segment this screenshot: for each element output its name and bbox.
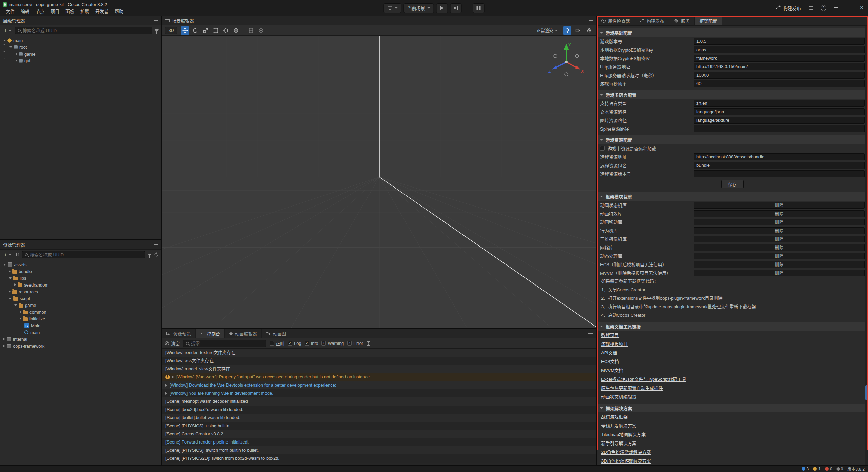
chevron-collapsed-icon[interactable] (3, 345, 5, 347)
remote-bundle-input[interactable] (694, 162, 865, 169)
delete-module-button[interactable]: 删除 (694, 210, 865, 217)
crypto-iv-input[interactable] (694, 55, 865, 62)
step-button[interactable] (450, 3, 462, 13)
asset-node-seedrandom[interactable]: seedrandom (0, 281, 161, 288)
asset-node-game[interactable]: game (0, 302, 161, 309)
tab-console[interactable]: 控制台 (196, 329, 225, 338)
save-button[interactable]: 保存 (721, 180, 744, 188)
remote-load-checkbox[interactable] (600, 146, 605, 151)
scale-tool-button[interactable] (201, 26, 210, 35)
menu-panel[interactable]: 面板 (62, 8, 77, 15)
asset-node-oops-framework[interactable]: oops-framework (0, 342, 161, 349)
hierarchy-menu-icon[interactable] (154, 19, 158, 22)
chevron-collapsed-icon[interactable] (16, 53, 17, 55)
delete-module-button[interactable]: 删除 (694, 270, 865, 276)
chevron-collapsed-icon[interactable] (9, 270, 11, 273)
menu-extension[interactable]: 扩展 (77, 8, 92, 15)
z-axis-cone[interactable] (552, 66, 557, 70)
doc-link-ecs[interactable]: ECS文档 (601, 359, 619, 364)
chevron-expanded-icon[interactable] (3, 40, 6, 41)
export-log-icon[interactable] (367, 341, 370, 346)
menu-developer[interactable]: 开发者 (92, 8, 112, 15)
expand-chevron-icon[interactable] (165, 384, 167, 387)
chevron-collapsed-icon[interactable] (20, 311, 21, 313)
scene-select[interactable]: 当前场景 (403, 3, 434, 13)
hierarchy-node-main[interactable]: main (0, 37, 161, 44)
move-tool-button[interactable] (181, 26, 189, 35)
play-button[interactable] (436, 3, 448, 13)
chevron-expanded-icon[interactable] (9, 277, 12, 279)
languages-input[interactable] (694, 100, 865, 107)
solution-link-fullstack[interactable]: 全栈开发解决方案 (601, 423, 636, 428)
hierarchy-filter-icon[interactable] (155, 29, 159, 32)
solution-link-tiledmap[interactable]: Tiledmap地图解决方案 (601, 432, 646, 437)
menu-edit[interactable]: 编辑 (18, 8, 33, 15)
snap-grid-button[interactable] (246, 26, 255, 35)
chevron-collapsed-icon[interactable] (20, 317, 21, 320)
assets-search-input[interactable] (30, 252, 142, 257)
section-language-config[interactable]: 游戏多语言配置 (597, 90, 868, 99)
log-row-info[interactable]: [Window] You are running Vue in developm… (162, 389, 596, 397)
http-timeout-input[interactable] (694, 72, 865, 79)
scene-camera-button[interactable] (574, 26, 582, 35)
asset-node-assets[interactable]: assets (0, 261, 161, 268)
section-basic-config[interactable]: 游戏基础配置 (597, 28, 868, 37)
help-button[interactable] (817, 0, 829, 16)
log-row-info[interactable]: [Window] Download the Vue Devtools exten… (162, 381, 596, 389)
console-window-icon[interactable] (805, 0, 817, 16)
solution-link-2drpg[interactable]: 2D角色扮演游戏解决方案 (601, 450, 651, 455)
solution-link-3drpg[interactable]: 3D角色扮演游戏解决方案 (601, 458, 651, 464)
scene-light-toggle[interactable] (563, 26, 571, 35)
chevron-collapsed-icon[interactable] (3, 338, 5, 340)
coordinate-space-button[interactable] (232, 26, 240, 35)
status-task-count[interactable]: 0 (837, 467, 843, 471)
scene-settings-button[interactable] (585, 26, 593, 35)
asset-node-libs[interactable]: libs (0, 275, 161, 281)
section-module-trim[interactable]: 框架模块裁剪 (597, 192, 868, 201)
filter-warning-checkbox[interactable]: Warning (321, 341, 344, 346)
doc-link-mvvm[interactable]: MVVM文档 (601, 368, 623, 373)
tab-build-publish[interactable]: 构建发布 (635, 16, 669, 25)
status-log-count[interactable]: 3 (802, 467, 809, 471)
build-publish-button[interactable]: 构建发布 (772, 0, 805, 16)
lang-json-path-input[interactable] (694, 108, 865, 115)
chevron-expanded-icon[interactable] (3, 264, 6, 266)
console-clear-button[interactable]: 清空 (165, 340, 180, 347)
hierarchy-add-button[interactable] (3, 28, 13, 33)
minimize-button[interactable] (829, 0, 842, 16)
scrollbar-thumb[interactable] (865, 385, 868, 400)
delete-module-button[interactable]: 删除 (694, 236, 865, 242)
filter-error-checkbox[interactable]: Error (347, 341, 363, 346)
hierarchy-node-gui[interactable]: gui (0, 57, 161, 64)
close-button[interactable] (855, 0, 868, 16)
crypto-key-input[interactable] (694, 46, 865, 53)
hierarchy-node-game[interactable]: game (0, 51, 161, 57)
asset-node-script[interactable]: script (0, 295, 161, 302)
menu-file[interactable]: 文件 (3, 8, 18, 15)
chevron-collapsed-icon[interactable] (14, 283, 16, 286)
log-row-warning[interactable]: [Window] [Vue warn]: Property "onInput" … (162, 373, 596, 381)
pivot-tool-button[interactable] (221, 26, 230, 35)
solution-link-chess[interactable]: 战棋游戏框架 (601, 414, 628, 419)
rect-tool-button[interactable] (211, 26, 220, 35)
render-mode-select[interactable]: 正常渲染 (534, 27, 560, 34)
assets-filter-icon[interactable] (147, 254, 152, 256)
chevron-collapsed-icon[interactable] (16, 59, 17, 62)
status-error-count[interactable]: 0 (825, 467, 832, 471)
status-warning-count[interactable]: 1 (813, 467, 821, 471)
delete-module-button[interactable]: 删除 (694, 202, 865, 209)
game-version-input[interactable] (694, 38, 865, 45)
scene-viewport[interactable]: Y X Z (162, 36, 596, 328)
delete-module-button[interactable]: 删除 (694, 227, 865, 234)
inspector-scrollbar[interactable] (865, 26, 868, 465)
remote-version-input[interactable] (694, 170, 865, 177)
sort-icon[interactable] (15, 252, 20, 257)
filter-info-checkbox[interactable]: Info (305, 341, 318, 346)
doc-link-hotupdate-plugin[interactable]: 原生包热更新配置自动生成插件 (601, 386, 663, 391)
chevron-expanded-icon[interactable] (9, 298, 12, 299)
layout-grid-button[interactable] (473, 3, 485, 13)
regex-checkbox[interactable]: 正则 (270, 340, 284, 347)
gizmo-settings-button[interactable] (257, 26, 265, 35)
tab-asset-preview[interactable]: 资源预览 (162, 329, 196, 338)
chevron-expanded-icon[interactable] (14, 304, 17, 306)
